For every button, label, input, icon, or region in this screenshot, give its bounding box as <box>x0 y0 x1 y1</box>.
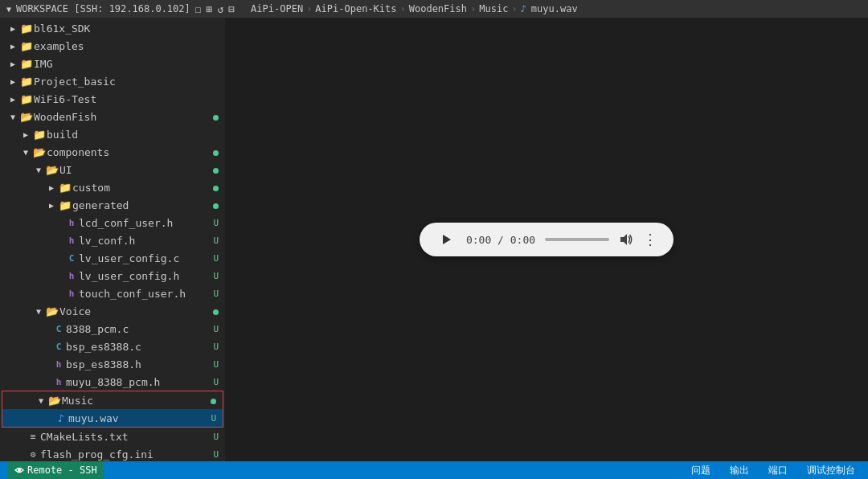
folder-open-icon-Voice: 📂 <box>45 305 59 317</box>
tree-item-Voice[interactable]: ▼ 📂 Voice <box>0 302 225 320</box>
tree-item-muyu_8388_pcm_h[interactable]: h muyu_8388_pcm.h U <box>0 373 225 391</box>
breadcrumb-part-3[interactable]: Music <box>479 3 508 14</box>
tree-item-CMakeLists_txt[interactable]: ≡ CMakeLists.txt U <box>0 428 225 445</box>
status-tab-debug-console[interactable]: 调试控制台 <box>802 461 860 479</box>
h-icon-lcd_conf: h <box>64 218 79 228</box>
debug-console-label: 调试控制台 <box>807 464 855 477</box>
status-bar: Remote - SSH 问题 输出 端口 调试控制台 <box>0 461 868 479</box>
label-lcd_conf_user_h: lcd_conf_user.h <box>79 217 210 229</box>
arrow-WoodenFish: ▼ <box>6 113 19 121</box>
status-tab-output[interactable]: 输出 <box>725 461 754 479</box>
label-bl61x_sdk: bl61x_SDK <box>34 23 219 35</box>
breadcrumb-sep-0: › <box>306 3 312 14</box>
workspace-section: ▼ WORKSPACE [SSH: 192.168.0.102] ☐ ⊞ ↺ ⊟ <box>6 3 235 15</box>
breadcrumb-part-4-icon: ♪ <box>521 3 526 14</box>
tree-item-WiFi6Test[interactable]: ▶ 📁 WiFi6-Test <box>0 90 225 108</box>
label-bsp_es8388_h: bsp_es8388.h <box>66 358 210 371</box>
tree-item-bl61x_sdk[interactable]: ▶ 📁 bl61x_SDK <box>0 19 225 37</box>
arrow-IMG: ▶ <box>6 59 19 68</box>
label-touch_conf_user_h: touch_conf_user.h <box>79 288 210 300</box>
folder-icon-generated: 📁 <box>58 199 72 211</box>
arrow-custom: ▶ <box>45 183 58 192</box>
tree-item-bsp_es8388_c[interactable]: C bsp_es8388.c U <box>0 338 225 355</box>
svg-marker-0 <box>443 235 451 244</box>
tree-item-bsp_es8388_h[interactable]: h bsp_es8388.h U <box>0 355 225 373</box>
remote-label: Remote - SSH <box>27 465 97 476</box>
tree-item-UI[interactable]: ▼ 📂 UI <box>0 161 225 178</box>
audio-more-button[interactable]: ⋮ <box>643 231 657 248</box>
remote-badge[interactable]: Remote - SSH <box>8 461 104 479</box>
h-icon-bsp: h <box>51 359 66 370</box>
arrow-WiFi6Test: ▶ <box>6 95 19 104</box>
tree-item-custom[interactable]: ▶ 📁 custom <box>0 178 225 196</box>
music-group: ▼ 📂 Music ♪ muyu.wav U <box>2 391 223 428</box>
folder-icon-build: 📁 <box>32 129 47 141</box>
label-examples: examples <box>34 40 219 52</box>
top-bar: ▼ WORKSPACE [SSH: 192.168.0.102] ☐ ⊞ ↺ ⊟… <box>0 0 868 18</box>
folder-open-icon-Music: 📂 <box>47 395 62 407</box>
breadcrumb-sep-2: › <box>470 3 476 14</box>
badge-lv_user_h: U <box>210 271 219 281</box>
arrow-examples: ▶ <box>6 42 19 51</box>
label-WoodenFish: WoodenFish <box>34 111 210 123</box>
label-lv_user_config_c: lv_user_config.c <box>79 252 210 264</box>
new-file-icon[interactable]: ☐ <box>195 3 202 15</box>
workspace-label: WORKSPACE [SSH: 192.168.0.102] <box>16 3 190 14</box>
tree-item-8388_pcm_c[interactable]: C 8388_pcm.c U <box>0 320 225 338</box>
port-label: 端口 <box>768 464 788 477</box>
cmake-icon: ≡ <box>26 432 40 442</box>
collapse-icon[interactable]: ⊟ <box>228 3 235 15</box>
tree-item-build[interactable]: ▶ 📁 build <box>0 125 225 143</box>
folder-icon-Project_basic: 📁 <box>19 76 34 88</box>
tree-item-lv_user_config_h[interactable]: h lv_user_config.h U <box>0 267 225 285</box>
label-build: build <box>47 129 219 141</box>
content-area: 0:00 / 0:00 ⋮ <box>225 18 868 461</box>
badge-bsp_h: U <box>210 359 219 370</box>
arrow-bl61x_sdk: ▶ <box>6 24 19 33</box>
arrow-Voice: ▼ <box>32 307 45 316</box>
breadcrumb-part-1[interactable]: AiPi-Open-Kits <box>315 3 396 14</box>
tree-item-touch_conf_user_h[interactable]: h touch_conf_user.h U <box>0 285 225 302</box>
tree-item-IMG[interactable]: ▶ 📁 IMG <box>0 55 225 72</box>
svg-marker-1 <box>620 234 627 245</box>
output-label: 输出 <box>730 464 749 477</box>
new-folder-icon[interactable]: ⊞ <box>207 3 213 15</box>
tree-item-Music[interactable]: ▼ 📂 Music <box>2 391 223 409</box>
tree-item-generated[interactable]: ▶ 📁 generated <box>0 196 225 214</box>
breadcrumb-part-0[interactable]: AiPi-OPEN <box>251 3 303 14</box>
tree-item-lv_user_config_c[interactable]: C lv_user_config.c U <box>0 249 225 267</box>
tree-item-examples[interactable]: ▶ 📁 examples <box>0 37 225 55</box>
badge-lv_user_c: U <box>210 253 219 264</box>
status-tab-problems[interactable]: 问题 <box>686 461 715 479</box>
tree-item-Project_basic[interactable]: ▶ 📁 Project_basic <box>0 72 225 90</box>
audio-time-display: 0:00 / 0:00 <box>466 234 535 246</box>
audio-progress-bar[interactable] <box>545 238 609 241</box>
tree-item-lcd_conf_user_h[interactable]: h lcd_conf_user.h U <box>0 214 225 231</box>
badge-cmake: U <box>210 432 219 442</box>
breadcrumb: AiPi-OPEN › AiPi-Open-Kits › WoodenFish … <box>251 3 578 14</box>
arrow-Music: ▼ <box>35 396 47 405</box>
workspace-chevron: ▼ <box>6 5 11 14</box>
tree-item-components[interactable]: ▼ 📂 components <box>0 143 225 161</box>
dot-Music <box>207 395 216 407</box>
wav-icon-muyu: ♪ <box>54 412 68 424</box>
tree-item-muyu_wav[interactable]: ♪ muyu.wav U <box>2 409 223 427</box>
breadcrumb-part-2[interactable]: WoodenFish <box>409 3 467 14</box>
status-bar-right: 问题 输出 端口 调试控制台 <box>686 461 860 479</box>
tree-item-flash_prog_cfg_ini[interactable]: ⚙ flash_prog_cfg.ini U <box>0 445 225 461</box>
workspace-action-icons: ☐ ⊞ ↺ ⊟ <box>195 3 235 15</box>
refresh-icon[interactable]: ↺ <box>217 3 223 15</box>
badge-muyu_h: U <box>210 377 219 387</box>
h-icon-lv_conf: h <box>64 235 79 246</box>
tree-item-lv_conf_h[interactable]: h lv_conf.h U <box>0 231 225 249</box>
audio-play-button[interactable] <box>436 229 457 250</box>
label-CMakeLists_txt: CMakeLists.txt <box>40 431 210 443</box>
arrow-Project_basic: ▶ <box>6 77 19 86</box>
label-custom: custom <box>72 182 210 194</box>
audio-volume-button[interactable] <box>619 232 633 247</box>
main-layout: ▶ 📁 bl61x_SDK ▶ 📁 examples ▶ 📁 IMG ▶ 📁 P… <box>0 18 868 461</box>
status-tab-port[interactable]: 端口 <box>764 461 792 479</box>
dot-Voice <box>210 305 219 317</box>
tree-item-WoodenFish[interactable]: ▼ 📂 WoodenFish <box>0 108 225 125</box>
badge-bsp_c: U <box>210 342 219 352</box>
